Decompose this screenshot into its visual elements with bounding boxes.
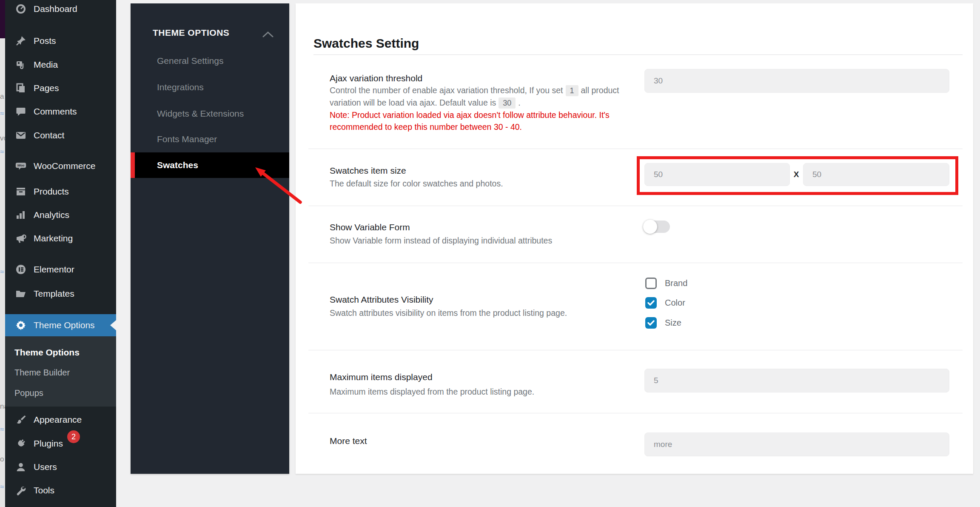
folder-icon: [15, 288, 26, 299]
theme-options-panel: THEME OPTIONS General Settings Integrati…: [131, 3, 289, 474]
attributes-visibility-label: Swatch Attributes Visibility: [330, 294, 433, 305]
sidebar-item-label: Theme Options: [34, 320, 95, 330]
sidebar-item-label: Dashboard: [34, 4, 77, 14]
checkbox-checked-icon[interactable]: [645, 297, 657, 309]
panel-item-label: Swatches: [157, 160, 198, 171]
item-size-description: The default size for color swatches and …: [330, 178, 644, 190]
item-size-width-input[interactable]: 50: [644, 163, 790, 186]
dashboard-icon: [15, 3, 26, 14]
item-size-height-input[interactable]: 50: [803, 163, 949, 186]
sidebar-item-users[interactable]: Users: [5, 455, 116, 479]
background-wave-icon: ≈: [0, 148, 5, 155]
media-icon: [15, 59, 26, 70]
row-divider: [308, 350, 963, 350]
sidebar-item-label: Tools: [34, 485, 54, 496]
sidebar-item-pages[interactable]: Pages: [5, 76, 116, 100]
chevron-up-icon[interactable]: [262, 32, 273, 39]
sidebar-item-contact[interactable]: Contact: [5, 123, 116, 147]
background-text-fragment: a: [0, 93, 5, 100]
panel-item-swatches[interactable]: Swatches: [131, 152, 289, 178]
brand-checkbox-row[interactable]: Brand: [645, 278, 687, 289]
sidebar-item-products[interactable]: Products: [5, 180, 116, 203]
color-checkbox-row[interactable]: Color: [645, 297, 685, 309]
checkbox-unchecked-icon[interactable]: [645, 278, 657, 289]
pages-icon: [15, 83, 26, 94]
sidebar-item-label: Pages: [34, 83, 59, 93]
background-wave-icon: ≈: [0, 426, 5, 433]
panel-item-general-settings[interactable]: General Settings: [157, 55, 223, 66]
svg-text:Woo: Woo: [17, 163, 25, 167]
ajax-threshold-input[interactable]: 30: [644, 69, 949, 93]
sidebar-item-label: Marketing: [34, 233, 73, 243]
variable-form-description: Show Variable form instead of displaying…: [330, 235, 644, 247]
sidebar-item-label: Comments: [34, 106, 77, 117]
panel-item-integrations[interactable]: Integrations: [157, 82, 204, 93]
sidebar-item-appearance[interactable]: Appearance: [5, 408, 116, 432]
max-items-input[interactable]: 5: [644, 369, 949, 392]
description-text: all product: [581, 86, 619, 95]
sidebar-item-tools[interactable]: Tools: [5, 478, 116, 502]
sidebar-item-media[interactable]: Media: [5, 53, 116, 77]
checkbox-checked-icon[interactable]: [645, 317, 657, 329]
megaphone-icon: [15, 233, 26, 244]
inline-code-value: 30: [499, 97, 516, 109]
checkbox-label: Color: [665, 298, 685, 308]
submenu-item-theme-builder[interactable]: Theme Builder: [14, 367, 70, 378]
swatches-settings-card: Swatches Setting Ajax variation threshol…: [296, 3, 973, 474]
page-title: Swatches Setting: [313, 36, 419, 51]
ajax-threshold-note: Note: Product variation loaded via ajax …: [330, 109, 653, 133]
sidebar-item-posts[interactable]: Posts: [5, 29, 116, 53]
description-text: .: [518, 98, 520, 107]
sidebar-item-templates[interactable]: Templates: [5, 282, 116, 306]
ajax-threshold-description: Control the number of enable ajax variat…: [330, 84, 644, 109]
sidebar-item-label: Contact: [34, 130, 64, 140]
submenu-item-popups[interactable]: Popups: [14, 387, 43, 398]
more-text-label: More text: [330, 435, 367, 447]
row-divider: [308, 413, 963, 413]
item-size-label: Swatches item size: [330, 165, 406, 176]
sidebar-item-dashboard[interactable]: Dashboard: [5, 0, 116, 21]
more-text-input[interactable]: more: [644, 433, 949, 456]
size-separator-label: X: [789, 169, 803, 180]
user-icon: [15, 461, 26, 473]
background-wave-icon: ≈: [0, 110, 5, 117]
sidebar-item-marketing[interactable]: Marketing: [5, 226, 116, 250]
plugins-update-badge: 2: [67, 430, 80, 443]
submenu-item-theme-options[interactable]: Theme Options: [14, 347, 80, 358]
checkbox-label: Size: [665, 318, 681, 328]
sidebar-item-label: Media: [34, 60, 58, 70]
description-text: Control the number of enable ajax variat…: [330, 86, 563, 95]
sidebar-item-plugins[interactable]: Plugins 2: [5, 432, 116, 455]
sidebar-item-label: Templates: [34, 289, 74, 299]
row-divider: [308, 263, 963, 263]
row-divider: [308, 149, 963, 149]
sidebar-item-elementor[interactable]: Elementor: [5, 258, 116, 281]
plug-icon: [15, 438, 26, 449]
attributes-visibility-description: Swatch attributes visibility on items fr…: [330, 307, 644, 319]
panel-item-fonts-manager[interactable]: Fonts Manager: [157, 134, 217, 145]
panel-item-widgets-extensions[interactable]: Widgets & Extensions: [157, 108, 244, 119]
woocommerce-icon: Woo: [15, 160, 26, 172]
inline-code-value: 1: [566, 85, 578, 96]
theme-options-submenu: Theme Options Theme Builder Popups: [5, 336, 116, 407]
variable-form-label: Show Variable Form: [330, 221, 410, 233]
background-wave-icon: ≈: [0, 268, 5, 275]
products-box-icon: [15, 186, 26, 197]
pushpin-icon: [15, 35, 26, 46]
sidebar-item-woocommerce[interactable]: Woo WooCommerce: [5, 154, 116, 178]
size-checkbox-row[interactable]: Size: [645, 317, 681, 329]
description-text: variation will be load via ajax. Default…: [330, 98, 496, 107]
active-item-accent-bar: [131, 152, 135, 178]
sidebar-item-analytics[interactable]: Analytics: [5, 203, 116, 227]
sidebar-item-label: Products: [34, 186, 69, 197]
sidebar-item-label: Appearance: [34, 415, 82, 425]
background-text-fragment: na: [0, 403, 5, 410]
variable-form-toggle[interactable]: [644, 221, 670, 233]
sidebar-item-label: Plugins: [34, 438, 63, 449]
gear-icon: [15, 320, 26, 331]
sidebar-item-theme-options[interactable]: Theme Options: [5, 314, 116, 336]
sidebar-item-label: Posts: [34, 36, 56, 46]
sidebar-item-comments[interactable]: Comments: [5, 100, 116, 123]
toggle-knob: [643, 220, 657, 234]
heading-divider: [313, 54, 963, 55]
